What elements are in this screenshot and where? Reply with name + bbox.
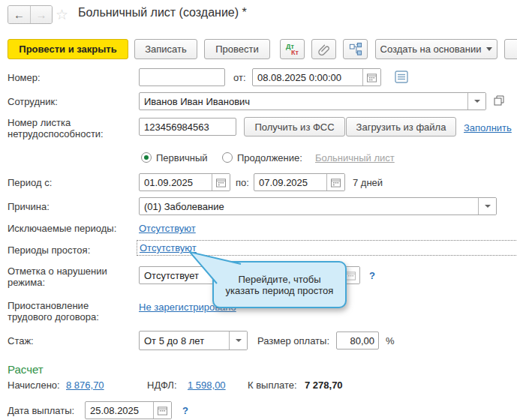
more-toolbar-button[interactable]: [504, 39, 517, 59]
period-to-value: 07.09.2025: [254, 177, 326, 188]
dropdown-arrow-icon[interactable]: [467, 93, 485, 110]
period-from-value: 01.09.2025: [140, 177, 212, 188]
fill-link[interactable]: Заполнить: [464, 122, 512, 134]
violation-label-line2: режима:: [8, 277, 45, 288]
favorite-star-icon[interactable]: ☆: [56, 6, 68, 23]
dropdown-arrow-icon[interactable]: [229, 332, 247, 350]
paperclip-icon: [317, 43, 331, 56]
violation-label-line1: Отметка о нарушении: [8, 266, 107, 277]
sick-doc-link-disabled: Больничный лист: [315, 152, 395, 164]
calendar-icon[interactable]: [362, 69, 380, 86]
primary-radio-label[interactable]: Первичный: [156, 152, 208, 164]
dt-kt-button[interactable]: ДтКт: [280, 39, 305, 59]
forward-button[interactable]: →: [30, 6, 52, 23]
tooltip-pointer: [184, 246, 251, 292]
accrued-amount-link[interactable]: 8 876,70: [66, 380, 104, 391]
period-label: Период с:: [8, 177, 52, 188]
history-list-icon[interactable]: [395, 70, 408, 86]
reason-value: (01) Заболевание: [140, 201, 478, 212]
excluded-periods-label: Исключаемые периоды:: [8, 223, 116, 234]
employee-label: Сотрудник:: [8, 96, 58, 107]
doc-date-value: 08.08.2025 0:00:00: [253, 72, 362, 83]
percent-label: %: [386, 335, 395, 346]
continuation-radio[interactable]: [222, 152, 233, 163]
continuation-radio-label[interactable]: Продолжение:: [237, 152, 302, 164]
number-label: Номер:: [8, 72, 41, 83]
ndfl-amount-link[interactable]: 1 598,00: [188, 380, 226, 391]
open-item-icon[interactable]: [493, 94, 505, 109]
experience-select[interactable]: От 5 до 8 лет: [139, 331, 248, 350]
forward-arrow-icon: →: [36, 8, 47, 21]
pay-date-label: Дата выплаты:: [8, 405, 74, 416]
to-label: по:: [236, 177, 249, 188]
suspension-label-line2: трудового договора:: [8, 311, 99, 322]
pay-date-input[interactable]: 25.08.2025: [85, 401, 172, 419]
sick-number-label-line2: нетрудоспособности:: [8, 128, 104, 140]
downtime-periods-label: Периоды простоя:: [8, 244, 90, 256]
excluded-periods-link[interactable]: Отсутствуют: [139, 223, 196, 234]
pay-rate-value: 80,00: [337, 335, 378, 346]
sick-number-input[interactable]: 123456984563: [139, 118, 236, 136]
from-label: от:: [233, 72, 246, 83]
sick-number-label-line1: Номер листка: [8, 117, 71, 128]
suspension-label-line1: Приостановление: [8, 300, 89, 311]
save-button[interactable]: Записать: [134, 39, 197, 59]
create-based-on-label: Создать на основании: [380, 44, 482, 55]
experience-value: От 5 до 8 лет: [140, 335, 229, 346]
calc-section-header: Расчет: [8, 363, 44, 376]
experience-label: Стаж:: [8, 335, 34, 346]
chevron-down-icon: [486, 47, 492, 51]
post-button[interactable]: Провести: [204, 39, 270, 59]
pay-date-value: 25.08.2025: [86, 405, 153, 416]
attachments-button[interactable]: [311, 39, 336, 59]
document-structure-icon: [348, 42, 362, 56]
reason-label: Причина:: [8, 201, 50, 212]
dt-kt-icon: ДтКт: [286, 44, 299, 56]
sick-number-value: 123456984563: [140, 122, 236, 133]
nav-button-group: ← →: [8, 5, 53, 24]
calendar-icon[interactable]: [212, 174, 230, 190]
pay-rate-input[interactable]: 80,00: [336, 332, 379, 350]
calendar-icon[interactable]: [326, 174, 344, 190]
number-input[interactable]: [139, 68, 225, 86]
back-button[interactable]: ←: [8, 6, 30, 23]
payout-label: К выплате:: [248, 380, 297, 391]
primary-radio[interactable]: [141, 152, 152, 163]
load-from-file-button[interactable]: Загрузить из файла: [346, 117, 456, 136]
ndfl-label: НДФЛ:: [147, 380, 177, 391]
create-based-on-button[interactable]: Создать на основании: [375, 39, 497, 59]
get-from-fss-button[interactable]: Получить из ФСС: [244, 117, 345, 136]
employee-input[interactable]: Иванов Иван Иванович: [139, 92, 486, 110]
period-to-input[interactable]: 07.09.2025: [254, 173, 345, 191]
page-title: Больничный лист (создание) *: [78, 6, 247, 20]
reason-select[interactable]: (01) Заболевание: [139, 197, 497, 215]
period-from-input[interactable]: 01.09.2025: [139, 173, 230, 191]
payout-amount: 7 278,70: [305, 380, 343, 391]
related-documents-button[interactable]: [343, 39, 368, 59]
post-and-close-button[interactable]: Провести и закрыть: [8, 39, 128, 59]
employee-value: Иванов Иван Иванович: [140, 96, 467, 107]
calendar-icon[interactable]: [153, 402, 171, 418]
doc-date-input[interactable]: 08.08.2025 0:00:00: [252, 68, 381, 86]
accrued-label: Начислено:: [8, 380, 60, 391]
violation-help-link[interactable]: ?: [369, 270, 375, 281]
back-arrow-icon: ←: [14, 8, 25, 21]
days-count-label: 7 дней: [353, 177, 383, 188]
dropdown-arrow-icon[interactable]: [478, 198, 496, 214]
pay-rate-label: Размер оплаты:: [257, 335, 329, 346]
pay-date-help-link[interactable]: ?: [182, 405, 188, 416]
